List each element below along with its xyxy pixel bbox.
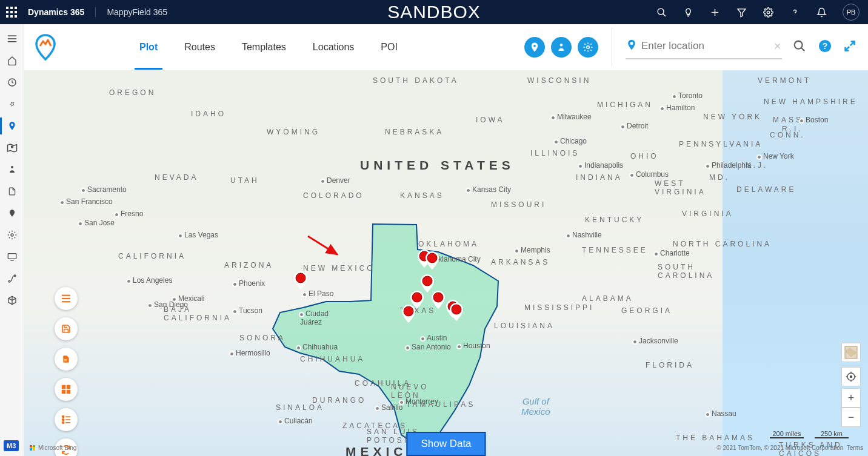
header-help-icon[interactable]: ? (818, 39, 832, 55)
tab-routes[interactable]: Routes (184, 25, 215, 69)
list-icon[interactable] (55, 287, 78, 310)
map-marker-icon[interactable] (6, 120, 18, 132)
territory-map-button[interactable] (524, 37, 545, 58)
city-label: Mexicali (173, 294, 204, 303)
svg-text:?: ? (823, 42, 827, 51)
bing-logo[interactable]: Microsoft Bing (30, 444, 76, 451)
svg-point-0 (658, 8, 664, 15)
add-icon[interactable] (709, 7, 720, 18)
tab-locations[interactable]: Locations (313, 25, 355, 69)
location-search-input[interactable] (641, 35, 781, 57)
city-label: Las Vegas (179, 231, 218, 239)
state-label: KENTUCKY (585, 216, 644, 224)
city-label: Ciudad Juárez (300, 309, 329, 326)
terms-link[interactable]: Terms (847, 444, 863, 451)
pin-icon[interactable] (6, 98, 18, 110)
tab-templates[interactable]: Templates (242, 25, 286, 69)
lightbulb-icon[interactable] (683, 7, 693, 18)
header-search-icon[interactable] (793, 39, 806, 55)
app-logo[interactable] (30, 33, 61, 62)
home-icon[interactable] (6, 55, 18, 67)
map-style-button[interactable] (841, 343, 861, 362)
document-icon[interactable] (55, 348, 78, 371)
map-pin[interactable] (294, 271, 307, 289)
marker-fill-icon[interactable] (6, 207, 18, 219)
city-label: Saltillo (376, 403, 402, 412)
city-label: Fresno (115, 210, 143, 218)
d365-top-bar: Dynamics 365 MappyField 365 SANDBOX PB (0, 0, 868, 24)
cube-icon[interactable] (6, 294, 18, 306)
svg-rect-61 (30, 445, 32, 448)
resource-button[interactable] (551, 37, 572, 58)
clock-icon[interactable] (6, 76, 18, 88)
state-label: MISSOURI (491, 200, 546, 209)
annotation-arrow (307, 235, 343, 259)
svg-point-21 (587, 46, 590, 49)
svg-point-33 (422, 276, 432, 286)
file-icon[interactable] (6, 185, 18, 197)
location-pin-icon (626, 38, 638, 55)
zoom-out-button[interactable]: − (841, 408, 861, 427)
state-label: WISCONSIN (527, 76, 591, 85)
state-label: IOWA (476, 116, 505, 124)
help-icon[interactable] (789, 7, 800, 18)
grid-icon[interactable] (55, 378, 78, 401)
state-label: NEVADA (155, 173, 198, 182)
gear-icon[interactable] (6, 229, 18, 241)
scale-km: 250 km (821, 430, 843, 437)
city-label: Hamilton (661, 104, 695, 112)
svg-point-38 (452, 305, 461, 314)
gulf-label: Gulf of Mexico (521, 396, 550, 417)
save-icon[interactable] (55, 317, 78, 340)
route-icon[interactable] (6, 273, 18, 285)
legend-icon[interactable] (55, 408, 78, 431)
fullscreen-icon[interactable] (844, 40, 856, 55)
map-pin[interactable] (421, 274, 434, 292)
svg-point-30 (296, 273, 305, 283)
clear-location-icon[interactable]: ✕ (773, 41, 781, 52)
state-label: NUEVO LEÓN (391, 383, 429, 400)
tab-poi[interactable]: POI (381, 25, 398, 69)
settings-gear-icon[interactable] (763, 7, 773, 18)
state-label: SINALOA (276, 403, 324, 412)
map-pin[interactable] (432, 291, 445, 309)
settings-button[interactable] (578, 37, 598, 58)
map-tool-column (55, 287, 78, 456)
map-canvas[interactable]: UNITED STATES MEXICO Gulf of Mexico OREG… (24, 70, 868, 456)
state-label: BAJA CALIFORNIA (164, 305, 232, 322)
scale-miles: 200 miles (772, 430, 801, 437)
rail-badge[interactable]: M3 (4, 440, 19, 451)
locate-me-button[interactable] (841, 367, 861, 386)
map-shape-icon[interactable] (6, 142, 18, 154)
city-label: Los Angeles (127, 276, 172, 285)
state-label: ARKANSAS (491, 258, 550, 266)
svg-point-19 (533, 45, 536, 47)
show-data-button[interactable]: Show Data (406, 432, 486, 456)
zoom-in-button[interactable]: + (841, 388, 861, 408)
app-launcher-icon[interactable] (6, 7, 17, 18)
map-pin[interactable] (410, 291, 424, 309)
person-pin-icon[interactable] (6, 164, 18, 176)
bell-icon[interactable] (816, 7, 827, 18)
state-label: SOUTH CAROLINA (658, 263, 714, 280)
tab-plot[interactable]: Plot (139, 25, 158, 69)
svg-point-12 (11, 146, 13, 148)
map-pin[interactable] (450, 303, 463, 321)
svg-point-20 (560, 44, 563, 47)
city-label: Detroit (621, 122, 648, 130)
search-icon[interactable] (656, 7, 667, 18)
filter-icon[interactable] (736, 7, 747, 18)
menu-icon[interactable] (6, 33, 18, 45)
user-avatar[interactable]: PB (843, 4, 860, 21)
state-label: LOUISIANA (494, 322, 555, 330)
monitor-icon[interactable] (6, 251, 18, 263)
map-pin[interactable] (426, 251, 439, 269)
app-name[interactable]: MappyField 365 (107, 7, 167, 17)
state-label: TAMAULIPAS (406, 400, 475, 409)
city-label: Houston (458, 342, 490, 350)
city-label: San Francisco (61, 197, 113, 206)
svg-marker-4 (738, 8, 746, 16)
input-underline (626, 58, 782, 59)
product-name[interactable]: Dynamics 365 (28, 7, 84, 17)
texas-highlight (267, 223, 503, 456)
